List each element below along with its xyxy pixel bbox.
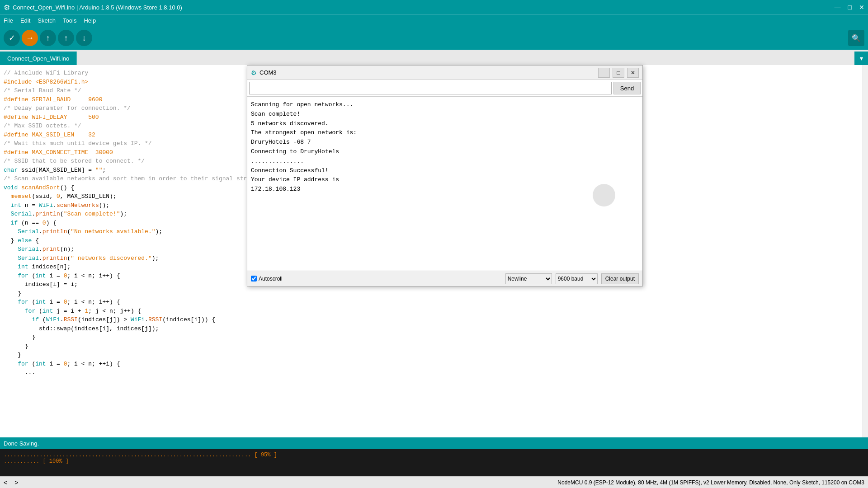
- serial-titlebar: ⚙ COM3 — □ ✕: [247, 66, 642, 80]
- open-button[interactable]: ↑: [58, 30, 74, 46]
- bottom-nav[interactable]: < >: [4, 479, 18, 486]
- titlebar: ⚙ Connect_Open_Wifi.ino | Arduino 1.8.5 …: [0, 0, 868, 14]
- serial-output-line: Connection Successful!: [251, 166, 639, 176]
- serial-newline-select[interactable]: Newline No line ending Carriage return B…: [505, 273, 552, 284]
- serial-titlebar-controls[interactable]: — □ ✕: [598, 68, 639, 78]
- tab-label: Connect_Open_Wifi.ino: [7, 55, 69, 62]
- scroll-left-button[interactable]: <: [4, 479, 7, 486]
- tab-main[interactable]: Connect_Open_Wifi.ino: [0, 52, 77, 65]
- serial-spinner: [593, 184, 615, 206]
- serial-output-line: DruryHotels -68 7: [251, 138, 639, 147]
- tab-dropdown-button[interactable]: ▾: [854, 52, 868, 65]
- verify-button[interactable]: ✓: [4, 30, 20, 46]
- close-button[interactable]: ✕: [859, 4, 864, 11]
- new-button[interactable]: ↑: [40, 30, 56, 46]
- bottom-bar: < > NodeMCU 0.9 (ESP-12 Module), 80 MHz,…: [0, 476, 868, 488]
- maximize-button[interactable]: □: [848, 4, 852, 11]
- menu-edit[interactable]: Edit: [20, 17, 30, 24]
- progress-line-1: ........................................…: [4, 452, 864, 458]
- serial-titlebar-left: ⚙ COM3: [251, 69, 277, 76]
- serial-output-area: Scanning for open networks... Scan compl…: [247, 97, 642, 271]
- save-button[interactable]: ↓: [76, 30, 92, 46]
- serial-send-button[interactable]: Send: [613, 82, 641, 94]
- serial-close-button[interactable]: ✕: [627, 68, 639, 78]
- scroll-right-button[interactable]: >: [14, 479, 18, 486]
- progress-line-2: ........... [ 100% ]: [4, 458, 864, 465]
- serial-output-line: 5 networks discovered.: [251, 119, 639, 129]
- status-message: Done Saving.: [4, 440, 39, 447]
- search-button[interactable]: 🔍: [848, 30, 864, 46]
- serial-minimize-button[interactable]: —: [598, 68, 610, 78]
- board-info: NodeMCU 0.9 (ESP-12 Module), 80 MHz, 4M …: [557, 479, 864, 486]
- titlebar-controls[interactable]: — □ ✕: [835, 4, 864, 11]
- autoscroll-checkbox[interactable]: [251, 276, 257, 282]
- serial-output-line: Connecting to DruryHotels: [251, 147, 639, 157]
- serial-output-line: Your device IP address is: [251, 175, 639, 185]
- serial-monitor-title: COM3: [259, 69, 277, 76]
- titlebar-left: ⚙ Connect_Open_Wifi.ino | Arduino 1.8.5 …: [4, 3, 182, 12]
- clear-output-button[interactable]: Clear output: [601, 273, 639, 284]
- window-title: Connect_Open_Wifi.ino | Arduino 1.8.5 (W…: [13, 4, 182, 11]
- serial-output-line: ...............: [251, 157, 639, 166]
- serial-footer: Autoscroll Newline No line ending Carria…: [247, 271, 642, 286]
- autoscroll-label-text: Autoscroll: [259, 276, 283, 282]
- menu-tools[interactable]: Tools: [63, 17, 76, 24]
- serial-baud-select[interactable]: 300 baud 1200 baud 9600 baud 9600 baud 1…: [556, 273, 598, 284]
- serial-output-line: 172.18.108.123: [251, 185, 639, 194]
- serial-output-line: Scan complete!: [251, 110, 639, 119]
- serial-input-field[interactable]: [249, 82, 612, 94]
- upload-button[interactable]: →: [22, 30, 38, 46]
- serial-monitor-icon: ⚙: [251, 69, 257, 76]
- status-bar: Done Saving.: [0, 437, 868, 449]
- menu-help[interactable]: Help: [84, 17, 96, 24]
- menubar: File Edit Sketch Tools Help: [0, 14, 868, 26]
- serial-monitor-window: ⚙ COM3 — □ ✕ Send Scanning for open netw…: [247, 65, 643, 286]
- serial-output-line: Scanning for open networks...: [251, 100, 639, 110]
- serial-output-line: The strongest open network is:: [251, 128, 639, 138]
- serial-input-row: Send: [247, 80, 642, 97]
- serial-maximize-button[interactable]: □: [613, 68, 624, 78]
- main-area: // #include WiFi Library #include <ESP82…: [0, 65, 868, 437]
- editor-scrollbar[interactable]: [863, 65, 868, 437]
- progress-area: ........................................…: [0, 449, 868, 476]
- menu-file[interactable]: File: [4, 17, 13, 24]
- menu-sketch[interactable]: Sketch: [38, 17, 56, 24]
- autoscroll-checkbox-label[interactable]: Autoscroll: [251, 276, 283, 282]
- minimize-button[interactable]: —: [835, 4, 841, 11]
- tabbar: Connect_Open_Wifi.ino ▾: [0, 50, 868, 65]
- toolbar: ✓ → ↑ ↑ ↓ 🔍: [0, 26, 868, 50]
- app-icon: ⚙: [4, 3, 10, 12]
